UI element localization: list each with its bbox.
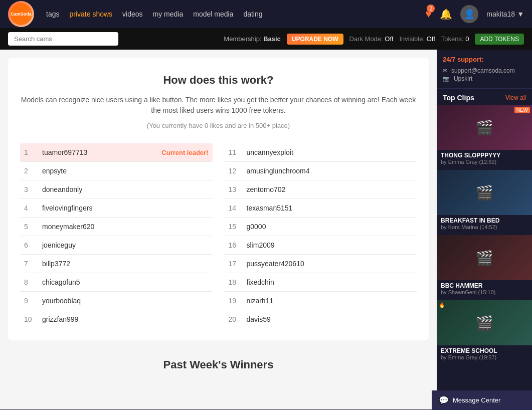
clip-author-3: by ShawnGeni (15:10) (441, 289, 528, 295)
support-email-link[interactable]: support@camsoda.com (451, 67, 515, 74)
panel-note: (You currently have 0 likes and are in 5… (20, 122, 417, 129)
clip-thumbnail-4: 🎬 🔥 (437, 300, 532, 345)
header: CamSoda tags private shows videos my med… (0, 0, 532, 28)
table-row: 17 pussyeater420610 (225, 255, 417, 273)
top-clips-header: Top Clips View all (437, 89, 532, 105)
table-row: 15 g0000 (225, 218, 417, 236)
add-tokens-button[interactable]: ADD TOKENS (475, 34, 524, 45)
panel-title: How does this work? (20, 74, 417, 87)
clip-item-4[interactable]: 🎬 🔥 EXTREME SCHOOL by Emma Gray (19:57) (437, 300, 532, 364)
leader-tag: Current leader! (161, 149, 208, 156)
table-row: 14 texasman5151 (225, 199, 417, 218)
clip-thumbnail-1: 🎬 NEW (437, 105, 532, 150)
clip-thumbnail-3: 🎬 (437, 235, 532, 280)
fire-icon: 🔥 (439, 302, 445, 308)
nav-model-media[interactable]: model media (193, 10, 233, 18)
table-row: 20 davis59 (225, 310, 417, 328)
main-layout: How does this work? Models can recognize… (0, 50, 532, 409)
table-row: 1 tuamor697713 Current leader! (20, 143, 213, 162)
leaderboard: 1 tuamor697713 Current leader! 2 enpsyte… (20, 143, 417, 328)
clip-title-3: BBC HAMMER (441, 282, 528, 289)
nav-private-shows[interactable]: private shows (69, 10, 112, 18)
header-right: ♥ 2 🔔 👤 makita18 ▼ (425, 5, 524, 23)
search-bar: Membership: Basic UPGRADE NOW Dark Mode:… (0, 28, 532, 50)
table-row: 18 fixedchin (225, 273, 417, 292)
user-name-1: tuamor697713 (42, 148, 155, 156)
table-row: 5 moneymaker620 (20, 218, 213, 236)
table-row: 9 yourbooblaq (20, 292, 213, 310)
table-row: 2 enpsyte (20, 162, 213, 180)
clip-item-2[interactable]: 🎬 BREAKFAST IN BED by Kora Marina (14:52… (437, 170, 532, 234)
nav-tags[interactable]: tags (46, 10, 59, 18)
search-input[interactable] (8, 32, 118, 46)
clip-info-1: THONG SLOPPPYYY by Emma Gray (12:62) (437, 150, 532, 169)
upgrade-button[interactable]: UPGRADE NOW (287, 34, 343, 45)
dropdown-icon: ▼ (517, 10, 524, 18)
top-clips-title: Top Clips (443, 94, 474, 102)
table-row: 7 billp3772 (20, 255, 213, 273)
clip-author-2: by Kora Marina (14:52) (441, 224, 528, 230)
clip-author-4: by Emma Gray (19:57) (441, 354, 528, 360)
support-section: 24/7 support: ✉ support@camsoda.com 📷 Up… (437, 50, 532, 89)
clip-item-1[interactable]: 🎬 NEW THONG SLOPPPYYY by Emma Gray (12:6… (437, 105, 532, 169)
support-title: 24/7 support: (443, 56, 526, 63)
leaderboard-left: 1 tuamor697713 Current leader! 2 enpsyte… (20, 143, 213, 328)
table-row: 10 grizzfan999 (20, 310, 213, 328)
new-badge: NEW (514, 107, 530, 113)
clip-info-3: BBC HAMMER by ShawnGeni (15:10) (437, 280, 532, 299)
clip-thumbnail-2: 🎬 (437, 170, 532, 215)
table-row: 11 uncannyexploit (225, 143, 417, 162)
view-all-link[interactable]: View all (505, 94, 526, 101)
table-row: 6 joeniceguy (20, 236, 213, 255)
clip-author-1: by Emma Gray (12:62) (441, 159, 528, 165)
main-nav: tags private shows videos my media model… (46, 10, 413, 18)
dark-mode-info: Dark Mode: Off (349, 35, 394, 43)
clip-info-4: EXTREME SCHOOL by Emma Gray (19:57) (437, 345, 532, 364)
notifications-button[interactable]: 🔔 (440, 8, 452, 20)
email-icon: ✉ (443, 68, 447, 74)
clip-title-1: THONG SLOPPPYYY (441, 152, 528, 159)
content-area: How does this work? Models can recognize… (0, 50, 437, 409)
username-label: makita18 (486, 10, 515, 18)
clip-item-3[interactable]: 🎬 BBC HAMMER by ShawnGeni (15:10) (437, 235, 532, 299)
table-row: 19 nizarh11 (225, 292, 417, 310)
table-row: 3 doneandonly (20, 180, 213, 199)
upskirt-icon: 📷 (443, 76, 450, 82)
nav-my-media[interactable]: my media (153, 10, 184, 18)
membership-info: Membership: Basic UPGRADE NOW Dark Mode:… (224, 34, 524, 45)
message-center-button[interactable]: 💬 Message Center (432, 390, 532, 409)
table-row: 16 slim2009 (225, 236, 417, 255)
upskirt-link[interactable]: Upskirt (454, 75, 472, 82)
table-row: 8 chicagofun5 (20, 273, 213, 292)
past-winners-title: Past Week's Winners (0, 348, 437, 377)
logo-icon: CamSoda (8, 1, 34, 27)
username-button[interactable]: makita18 ▼ (486, 10, 524, 18)
table-row: 4 fivelovingfingers (20, 199, 213, 218)
avatar: 👤 (460, 5, 478, 23)
clip-info-2: BREAKFAST IN BED by Kora Marina (14:52) (437, 215, 532, 234)
membership-label: Membership: Basic (224, 35, 280, 43)
favorites-count: 2 (427, 5, 435, 13)
logo[interactable]: CamSoda (8, 1, 34, 27)
rank-1: 1 (24, 148, 36, 156)
nav-videos[interactable]: videos (122, 10, 142, 18)
panel-description: Models can recognize nice users using a … (20, 95, 417, 116)
clip-title-4: EXTREME SCHOOL (441, 347, 528, 354)
message-center-label: Message Center (453, 396, 500, 404)
nav-dating[interactable]: dating (243, 10, 262, 18)
table-row: 13 zentorno702 (225, 180, 417, 199)
how-it-works-panel: How does this work? Models can recognize… (8, 58, 429, 340)
message-icon: 💬 (439, 395, 449, 405)
invisible-info: Invisible: Off (399, 35, 435, 43)
favorites-button[interactable]: ♥ 2 (425, 8, 432, 21)
clip-title-2: BREAKFAST IN BED (441, 217, 528, 224)
sidebar: 24/7 support: ✉ support@camsoda.com 📷 Up… (437, 50, 532, 409)
tokens-info: Tokens: 0 (441, 35, 469, 43)
svg-text:CamSoda: CamSoda (11, 12, 32, 17)
table-row: 12 amusinglunchroom4 (225, 162, 417, 180)
leaderboard-right: 11 uncannyexploit 12 amusinglunchroom4 1… (225, 143, 417, 328)
